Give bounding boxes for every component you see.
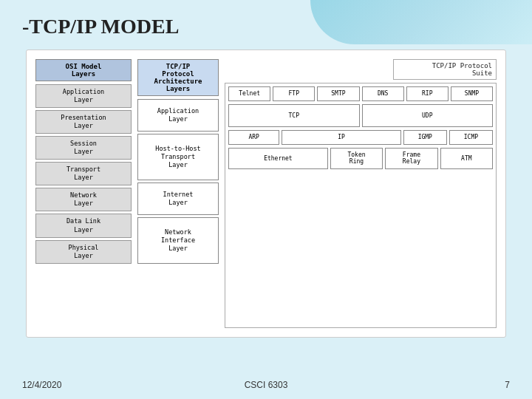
osi-column: OSI ModelLayers ApplicationLayer Present… [35,59,132,328]
tcpip-header: TCP/IPProtocolArchitectureLayers [137,59,219,96]
diagram-area: OSI ModelLayers ApplicationLayer Present… [26,50,506,338]
proto-ftp: FTP [273,86,315,101]
proto-token-ring: TokenRing [330,148,383,169]
suite-header: TCP/IP ProtocolSuite [393,59,497,80]
proto-udp: UDP [362,104,494,128]
osi-layer-datalink: Data LinkLayer [35,214,132,237]
footer-course: CSCI 6303 [245,380,288,390]
osi-layer-presentation: PresentationLayer [35,110,132,134]
osi-layer-application: ApplicationLayer [35,84,132,108]
footer-date: 12/4/2020 [22,380,61,390]
suite-outer: Telnet FTP SMTP DNS RIP SNMP TCP UDP ARP… [225,83,497,328]
proto-igmp: IGMP [403,130,447,145]
tcpip-layer-network-interface: NetworkInterfaceLayer [137,217,219,264]
decorative-wave [310,0,532,44]
tcpip-layer-transport: Host-to-HostTransportLayer [137,134,219,180]
tcpip-layer-application: ApplicationLayer [137,99,219,132]
proto-rip: RIP [406,86,449,101]
osi-layer-physical: PhysicalLayer [35,240,132,264]
slide: -TCP/IP MODEL OSI ModelLayers Applicatio… [0,0,532,399]
osi-layer-network: NetworkLayer [35,188,132,211]
tcpip-column: TCP/IPProtocolArchitectureLayers Applica… [137,59,219,328]
tcpip-layer-internet: InternetLayer [137,183,219,215]
proto-ip: IP [282,130,400,145]
proto-tcp: TCP [228,104,360,128]
proto-ethernet: Ethernet [228,148,328,169]
osi-header: OSI ModelLayers [35,59,132,81]
proto-telnet: Telnet [228,86,270,101]
protocol-suite-column: TCP/IP ProtocolSuite Telnet FTP SMTP DNS… [225,59,497,328]
proto-icmp: ICMP [449,130,493,145]
proto-arp: ARP [228,130,279,145]
proto-frame-relay: FrameRelay [385,148,437,169]
footer-page: 7 [505,380,510,390]
transport-protocols-row: TCP UDP [228,104,493,128]
osi-layer-session: SessionLayer [35,136,132,160]
proto-smtp: SMTP [317,86,359,101]
network-protocols-row: ARP IP IGMP ICMP [228,130,493,145]
proto-snmp: SNMP [451,86,493,101]
app-protocols-row: Telnet FTP SMTP DNS RIP SNMP [228,86,493,101]
osi-layer-transport: TransportLayer [35,162,132,185]
link-protocols-row: Ethernet TokenRing FrameRelay ATM [228,148,493,169]
proto-dns: DNS [362,86,404,101]
proto-atm: ATM [440,148,493,169]
